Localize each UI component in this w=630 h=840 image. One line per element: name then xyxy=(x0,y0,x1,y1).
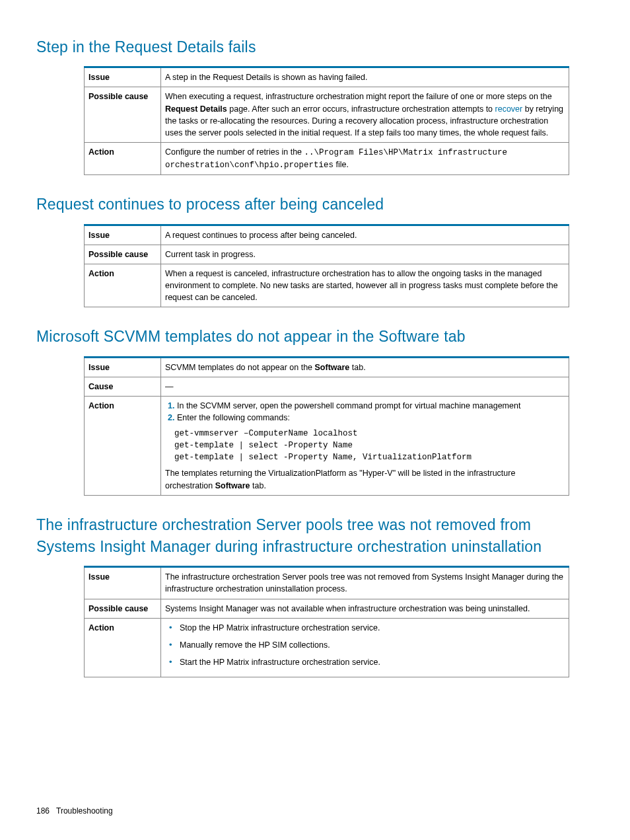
section-heading: Request continues to process after being… xyxy=(36,194,594,215)
code-block: get-vmmserver –ComputerName localhost ge… xyxy=(174,428,565,463)
row-label: Action xyxy=(85,618,161,677)
table-row: Possible cause When executing a request,… xyxy=(85,87,569,143)
issue-table: Issue The infrastructure orchestration S… xyxy=(84,566,569,677)
row-label: Action xyxy=(85,264,161,307)
row-label: Issue xyxy=(85,225,161,245)
row-value: Stop the HP Matrix infrastructure orches… xyxy=(161,618,569,677)
row-value: SCVMM templates do not appear on the Sof… xyxy=(161,357,569,377)
section-heading: Microsoft SCVMM templates do not appear … xyxy=(36,326,594,348)
recover-link[interactable]: recover xyxy=(495,104,523,114)
row-value: When a request is canceled, infrastructu… xyxy=(161,264,569,307)
row-value: Configure the number of retries in the .… xyxy=(161,142,569,174)
row-label: Issue xyxy=(85,67,161,87)
table-row: Possible cause Current task in progress. xyxy=(85,245,569,264)
row-label: Possible cause xyxy=(85,87,161,143)
section-heading: The infrastructure orchestration Server … xyxy=(36,514,594,558)
issue-table: Issue A request continues to process aft… xyxy=(84,224,569,308)
row-label: Possible cause xyxy=(85,599,161,618)
row-label: Possible cause xyxy=(85,245,161,264)
text: file. xyxy=(333,160,349,169)
row-label: Issue xyxy=(85,567,161,599)
issue-table: Issue A step in the Request Details is s… xyxy=(84,66,569,175)
issue-table: Issue SCVMM templates do not appear on t… xyxy=(84,356,569,496)
bold-text: Request Details xyxy=(165,104,227,114)
table-row: Action Configure the number of retries i… xyxy=(85,142,569,174)
row-value: Current task in progress. xyxy=(161,245,569,264)
row-value: Systems Insight Manager was not availabl… xyxy=(161,599,569,618)
list-item: Manually remove the HP SIM collections. xyxy=(177,639,565,651)
text: When executing a request, infrastructure… xyxy=(165,92,552,101)
list-item: In the SCVMM server, open the powershell… xyxy=(177,400,565,412)
list-item: Start the HP Matrix infrastructure orche… xyxy=(177,656,565,668)
table-row: Action Stop the HP Matrix infrastructure… xyxy=(85,618,569,677)
list-item: Enter the following commands: xyxy=(177,412,565,424)
row-value: The infrastructure orchestration Server … xyxy=(161,567,569,599)
bold-text: Software xyxy=(315,363,350,372)
text: SCVMM templates do not appear on the xyxy=(165,363,315,372)
row-label: Action xyxy=(85,142,161,174)
table-row: Action When a request is canceled, infra… xyxy=(85,264,569,307)
row-label: Action xyxy=(85,396,161,495)
row-value: A request continues to process after bei… xyxy=(161,225,569,245)
section-heading: Step in the Request Details fails xyxy=(36,36,594,58)
row-value: — xyxy=(161,377,569,396)
row-value: In the SCVMM server, open the powershell… xyxy=(161,396,569,495)
note-text: The templates returning the Virtualizati… xyxy=(165,467,565,491)
list-item: Stop the HP Matrix infrastructure orches… xyxy=(177,622,565,634)
row-label: Cause xyxy=(85,377,161,396)
bullet-list: Stop the HP Matrix infrastructure orches… xyxy=(165,622,565,668)
text: Configure the number of retries in the xyxy=(165,147,304,157)
table-row: Possible cause Systems Insight Manager w… xyxy=(85,599,569,618)
text: page. After such an error occurs, infras… xyxy=(227,104,495,114)
table-row: Issue A step in the Request Details is s… xyxy=(85,67,569,87)
text: tab. xyxy=(250,481,266,490)
bold-text: Software xyxy=(215,481,250,490)
table-row: Action In the SCVMM server, open the pow… xyxy=(85,396,569,495)
row-value: When executing a request, infrastructure… xyxy=(161,87,569,143)
row-label: Issue xyxy=(85,357,161,377)
text: tab. xyxy=(349,363,365,372)
table-row: Issue SCVMM templates do not appear on t… xyxy=(85,357,569,377)
row-value: A step in the Request Details is shown a… xyxy=(161,67,569,87)
table-row: Issue The infrastructure orchestration S… xyxy=(85,567,569,599)
table-row: Issue A request continues to process aft… xyxy=(85,225,569,245)
table-row: Cause — xyxy=(85,377,569,396)
numbered-list: In the SCVMM server, open the powershell… xyxy=(165,400,565,424)
